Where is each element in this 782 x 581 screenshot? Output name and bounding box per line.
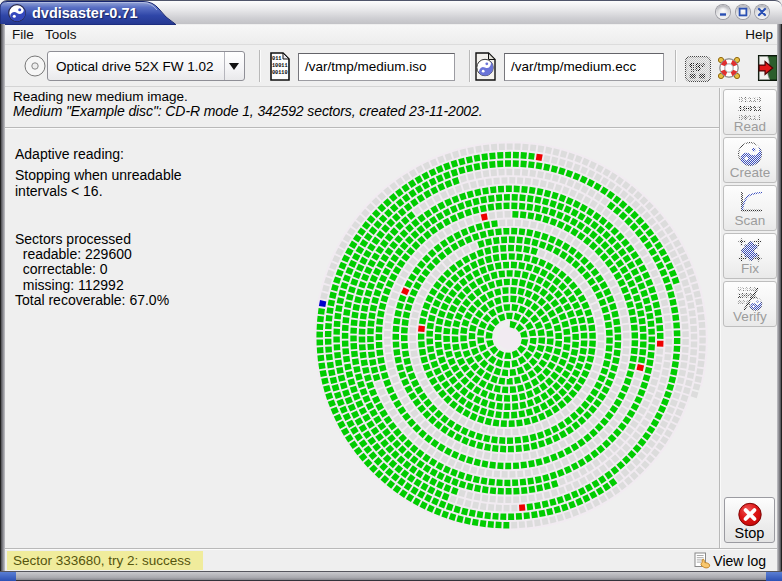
close-button[interactable] [755,5,769,19]
sector-segment-read [519,203,526,210]
sector-segment-read [489,161,496,168]
verify-button[interactable]: 01110 10011 00111 Verify [723,281,777,327]
sector-segment-read [496,479,502,486]
sector-segment-read [507,270,513,277]
sector-segment-read [489,462,496,469]
sector-segment-read [497,152,503,159]
sector-segment-read [351,320,358,327]
sector-segment-read [514,186,520,193]
yin-yang-icon [737,141,763,167]
sector-segment-read [342,333,349,339]
fix-button[interactable]: Fix [723,233,777,279]
sector-segment-unread [517,470,523,477]
sector-segment-read [488,479,495,486]
sector-segment-unread [385,346,392,353]
sector-segment-unread [480,503,487,510]
preferences-button[interactable]: ¶8º [685,56,711,82]
menu-file[interactable]: File [8,26,38,43]
sector-segment-read [401,335,408,341]
sector-segment-read [503,304,510,311]
sector-segment-unread [699,345,706,351]
sector-segment-defect [536,154,543,161]
sector-segment-read [499,437,505,444]
sector-segment-read [528,460,535,467]
scan-button[interactable]: Scan [723,185,777,231]
sector-segment-read [495,411,502,418]
sector-segment-unread [698,314,705,321]
sector-segment-read [359,337,366,343]
sectors-title: Sectors processed [15,232,182,247]
status-header: Reading new medium image. Medium "Exampl… [5,87,719,128]
sector-segment-unread [497,496,503,503]
create-button[interactable]: Create [723,137,777,183]
view-log-icon [694,552,711,569]
sector-segment-unread [499,220,505,227]
button-label: Stop [725,525,774,541]
sector-segment-unread [498,169,504,176]
sector-segment-read [589,333,596,339]
sector-segment-unread [622,325,629,331]
sector-segment-read [444,343,451,350]
sector-segment-unread [519,521,525,528]
sector-segment-read [335,305,342,312]
sector-segment-read [528,161,535,168]
sector-segment-read [460,335,467,341]
sector-segment-read [508,446,514,453]
stop-button[interactable]: Stop [724,497,775,543]
button-label: Verify [724,309,776,324]
sector-segment-read [490,487,497,494]
separator [719,88,721,548]
sector-segment-read [492,246,499,253]
drive-selector[interactable]: Optical drive 52X FW 1.02 [47,51,245,81]
drive-selector-value: Optical drive 52X FW 1.02 [56,59,214,74]
sector-segment-read [504,404,510,411]
sector-segment-read [672,361,679,368]
sector-segment-read [674,346,681,352]
view-log-button[interactable]: View log [694,552,766,569]
sector-segment-read [513,160,519,167]
maximize-button[interactable] [736,5,750,19]
sector-segment-unread [621,317,628,324]
sector-segment-unread [491,144,497,151]
svg-text:00110: 00110 [272,69,288,76]
minimize-button[interactable] [716,5,730,19]
binary-read-icon: 01110 10011 00111 [736,93,764,121]
titlebar-tab[interactable]: dvdisaster-0.71 [0,1,176,25]
sector-segment-read [488,521,495,528]
sector-segment-read [632,340,639,346]
sector-segment-unread [491,169,498,176]
sector-segment-unread [663,362,670,369]
sector-segment-read [492,513,498,520]
drive-selector-dropdown[interactable] [224,52,244,80]
menu-help[interactable]: Help [741,26,777,43]
ecc-file-input[interactable]: /var/tmp/medium.ecc [504,53,664,81]
iso-file-input[interactable]: /var/tmp/medium.iso [298,53,455,81]
stop-icon [736,500,764,528]
view-log-label: View log [713,553,766,569]
svg-text:011: 011 [272,55,282,62]
sector-segment-read [605,322,612,329]
sector-segment-read [630,355,637,362]
sector-segment-unread [655,356,662,363]
sector-segment-unread [697,361,704,368]
sector-segment-unread [682,339,689,345]
sectors-readable: readable: 229600 [15,247,182,262]
sector-segment-unread [665,339,672,345]
sector-segment-read [491,436,498,443]
sector-segment-read [531,511,538,518]
sector-segment-unread [483,145,490,152]
sector-segment-read [671,307,678,314]
scan-curve-icon [737,189,763,215]
sector-segment-unread [497,211,503,218]
help-lifebelt-button[interactable] [716,55,742,81]
sector-segment-read [343,356,350,363]
app-window: dvdisaster-0.71 File Tools Help Optical … [0,0,782,581]
sectors-missing: missing: 112992 [15,278,182,293]
sector-segment-unread [486,178,493,185]
sector-segment-read [376,318,383,325]
sector-segment-read [491,220,498,227]
menu-tools[interactable]: Tools [41,26,81,43]
read-button[interactable]: 01110 10011 00111Read [723,89,777,135]
sector-segment-read [489,152,496,159]
sector-segment-read [656,325,663,331]
